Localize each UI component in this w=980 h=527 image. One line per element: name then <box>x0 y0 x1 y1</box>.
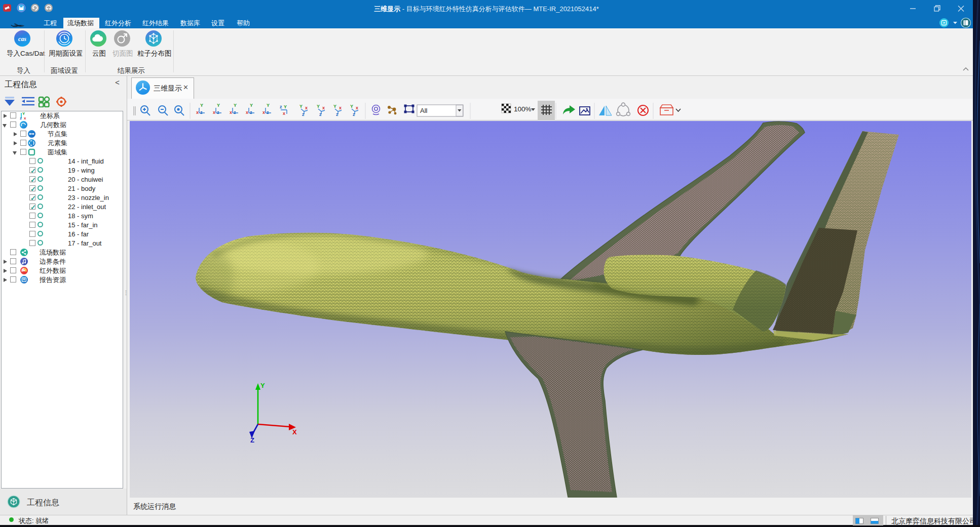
svg-text:Y: Y <box>284 104 287 109</box>
svg-text:Y: Y <box>299 104 303 109</box>
svg-text:z: z <box>280 104 282 109</box>
svg-text:z: z <box>20 116 22 120</box>
svg-text:z: z <box>200 110 203 115</box>
svg-text:x: x <box>196 110 199 115</box>
svg-text:Y: Y <box>260 382 265 389</box>
svg-text:Y: Y <box>200 103 203 108</box>
svg-text:x: x <box>305 105 308 110</box>
svg-text:x: x <box>24 116 26 120</box>
svg-text:All: All <box>420 107 428 114</box>
svg-text:cas: cas <box>18 35 26 43</box>
svg-text:z: z <box>302 112 305 117</box>
svg-text:X: X <box>292 428 297 436</box>
svg-text:100%: 100% <box>514 105 532 113</box>
svg-text:Y: Y <box>22 111 25 116</box>
svg-text:x: x <box>283 111 285 116</box>
svg-text:Z: Z <box>250 436 254 444</box>
